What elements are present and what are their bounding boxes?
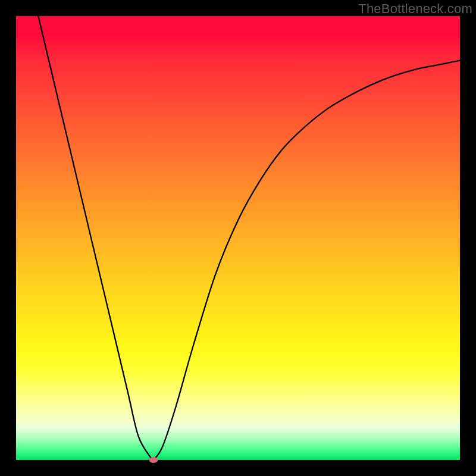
chart-plot-area: [16, 16, 460, 460]
watermark-text: TheBottleneck.com: [358, 1, 472, 17]
background-gradient: [16, 16, 460, 460]
minimum-marker: [149, 457, 158, 463]
